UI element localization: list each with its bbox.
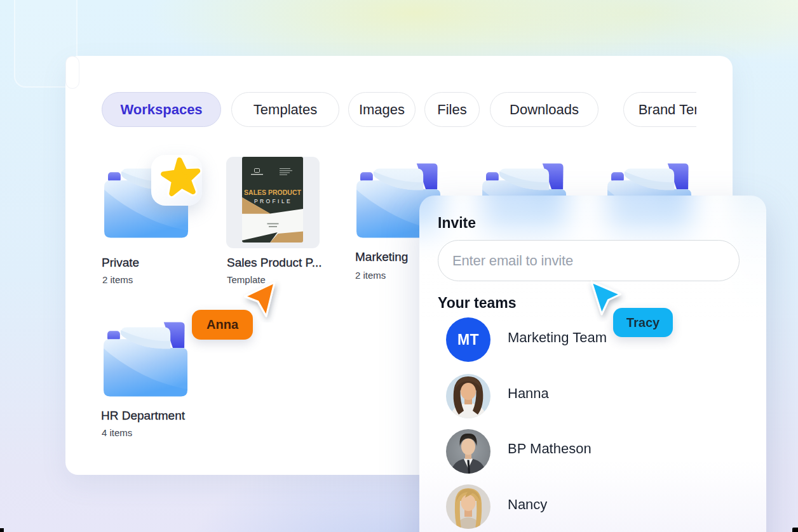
svg-text:SALES PRODUCT: SALES PRODUCT xyxy=(244,189,301,196)
svg-text:PROFILE: PROFILE xyxy=(254,198,292,204)
